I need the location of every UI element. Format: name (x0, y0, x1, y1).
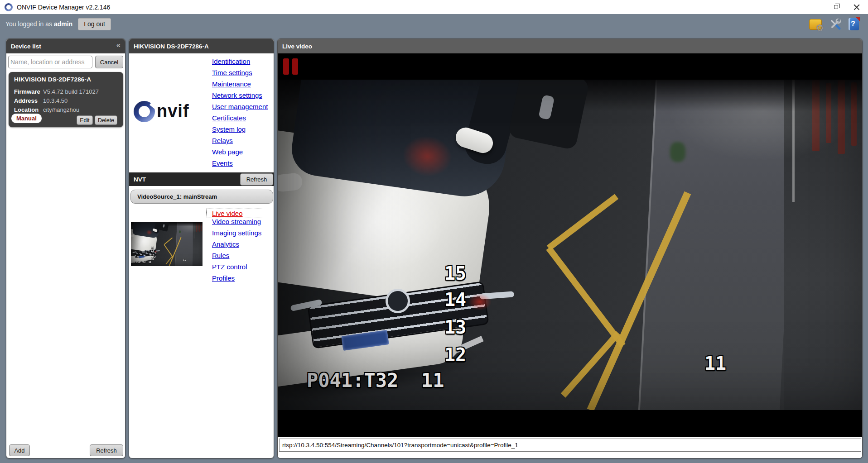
device-address-row: Address 10.3.4.50 (14, 97, 68, 104)
help-icon[interactable]: ? (847, 17, 861, 31)
video-area: 15 14 13 12 P041:T32 11 11 (278, 53, 863, 437)
link-maintenance[interactable]: Maintenance (212, 80, 273, 91)
window-title: ONVIF Device Manager v2.2.146 (17, 4, 110, 11)
device-search-input[interactable] (8, 56, 92, 68)
link-ptz-control[interactable]: PTZ control (212, 263, 273, 274)
link-web-page[interactable]: Web page (212, 148, 273, 159)
restore-icon (834, 5, 838, 9)
collapse-panel-button[interactable]: « (116, 41, 121, 49)
osd-spot-15: 15 (444, 264, 466, 282)
main-toolbar: You logged in as admin Log out ? (0, 14, 868, 34)
device-detail-panel: HIKVISION DS-2DF7286-A nvif Identificati… (129, 38, 274, 458)
osd-spot-11: 11 (704, 354, 726, 372)
pause-button[interactable] (283, 58, 299, 75)
logged-in-username: admin (54, 20, 72, 28)
onvif-logo-text: nvif (157, 101, 189, 121)
help-book-icon: ? (849, 18, 859, 30)
stream-url-input[interactable] (279, 439, 861, 452)
pause-bar (292, 58, 298, 75)
onvif-device-manager-window: ONVIF Device Manager v2.2.146 You logged… (0, 0, 868, 463)
login-status: You logged in as admin (5, 20, 72, 28)
osd-spot-13: 13 (444, 318, 466, 336)
location-value: city/hangzhou (43, 106, 79, 113)
video-source-selector[interactable]: VideoSource_1: mainStream (130, 190, 273, 204)
login-prefix: You logged in as (5, 20, 52, 28)
logout-button[interactable]: Log out (78, 18, 111, 30)
device-firmware-row: Firmware V5.4.72 build 171027 (14, 88, 99, 95)
question-mark: ? (851, 20, 855, 28)
osd-spot-12: 12 (444, 346, 466, 364)
minimize-icon (813, 7, 818, 7)
title-bar: ONVIF Device Manager v2.2.146 (0, 0, 868, 14)
nvt-refresh-button[interactable]: Refresh (240, 173, 273, 186)
link-time-settings[interactable]: Time settings (212, 69, 273, 80)
close-button[interactable] (846, 0, 867, 14)
video-thumbnail[interactable]: 15 14 13 12 P041:T32 11 11 (131, 222, 203, 266)
app-logo-icon (5, 3, 13, 11)
live-video-header: Live video (278, 39, 862, 53)
link-profiles[interactable]: Profiles (212, 274, 273, 286)
search-cancel-button[interactable]: Cancel (95, 56, 123, 68)
device-list-header: Device list « (6, 39, 125, 53)
add-device-button[interactable]: Add (9, 444, 30, 456)
wrench-screwdriver-icon (828, 17, 842, 31)
nvt-links: Live video Video streaming Imaging setti… (212, 209, 273, 286)
link-analytics[interactable]: Analytics (212, 240, 273, 252)
osd-camera-label: P041:T32 11 (307, 371, 444, 390)
link-imaging-settings[interactable]: Imaging settings (212, 229, 273, 240)
live-video-title: Live video (282, 43, 312, 50)
live-video-panel: Live video (277, 38, 863, 458)
address-value: 10.3.4.50 (43, 97, 68, 104)
link-rules[interactable]: Rules (212, 252, 273, 263)
link-system-log[interactable]: System log (212, 125, 273, 137)
address-label: Address (14, 97, 43, 104)
device-detail-header: HIKVISION DS-2DF7286-A (129, 39, 274, 53)
edit-device-button[interactable]: Edit (77, 115, 93, 125)
device-links: Identification Time settings Maintenance… (212, 57, 273, 171)
link-user-management[interactable]: User management (212, 103, 273, 114)
onvif-ring-icon (134, 101, 155, 122)
minimize-button[interactable] (805, 0, 825, 14)
stream-url-row (278, 439, 862, 458)
link-events[interactable]: Events (212, 159, 273, 171)
nvt-title: NVT (134, 176, 146, 183)
firmware-label: Firmware (14, 88, 43, 95)
onvif-logo: nvif (134, 100, 206, 123)
link-identification[interactable]: Identification (212, 57, 273, 69)
video-frame[interactable]: 15 14 13 12 P041:T32 11 11 (278, 80, 863, 410)
link-certificates[interactable]: Certificates (212, 114, 273, 125)
gear-icon (809, 19, 822, 30)
link-network-settings[interactable]: Network settings (212, 91, 273, 103)
pause-bar (283, 58, 289, 75)
parked-car (278, 80, 595, 396)
device-detail-title: HIKVISION DS-2DF7286-A (134, 43, 209, 50)
delete-device-button[interactable]: Delete (95, 115, 117, 125)
device-card[interactable]: HIKVISION DS-2DF7286-A Firmware V5.4.72 … (9, 72, 123, 127)
refresh-device-list-button[interactable]: Refresh (90, 444, 123, 456)
osd-spot-14: 14 (444, 291, 466, 309)
background-vehicle (507, 80, 590, 150)
device-location-row: Location city/hangzhou (14, 106, 79, 113)
red-reflection (468, 293, 492, 310)
device-list-panel: Device list « Cancel HIKVISION DS-2DF728… (6, 38, 125, 458)
link-video-streaming[interactable]: Video streaming (212, 218, 273, 229)
device-list-title: Device list (11, 43, 41, 50)
location-label: Location (14, 106, 43, 113)
maximize-button[interactable] (825, 0, 846, 14)
link-live-video[interactable]: Live video (207, 209, 263, 218)
firmware-value: V5.4.72 build 171027 (43, 88, 99, 95)
settings-icon[interactable] (809, 17, 823, 31)
device-name: HIKVISION DS-2DF7286-A (9, 72, 123, 83)
footer-divider (6, 442, 125, 442)
close-icon (854, 4, 860, 10)
manual-badge: Manual (11, 114, 42, 123)
link-relays[interactable]: Relays (212, 137, 273, 148)
maintenance-tools-icon[interactable] (828, 17, 842, 31)
